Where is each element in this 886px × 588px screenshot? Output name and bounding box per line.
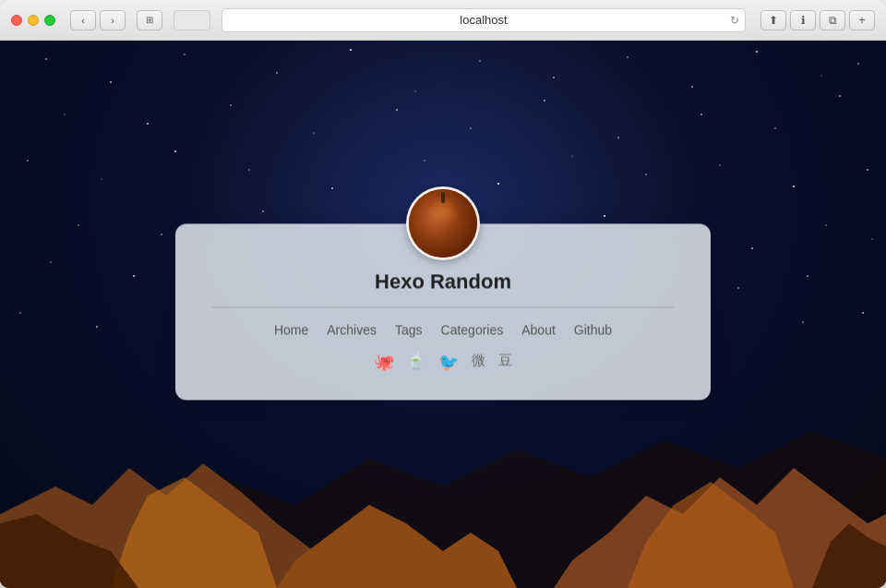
nav-link-tags[interactable]: Tags — [395, 322, 423, 337]
svg-point-16 — [313, 132, 314, 133]
svg-point-62 — [802, 321, 804, 323]
svg-point-48 — [133, 275, 135, 277]
sidebar-toggle-button[interactable]: ⊞ — [137, 10, 162, 30]
svg-point-36 — [78, 224, 78, 225]
nav-link-archives[interactable]: Archives — [327, 322, 377, 337]
info-button[interactable]: ℹ — [790, 10, 816, 30]
toolbar-actions: ⬆ ℹ ⧉ + — [760, 10, 875, 30]
svg-point-8 — [627, 56, 628, 57]
svg-point-25 — [101, 178, 102, 179]
svg-point-3 — [276, 72, 278, 74]
svg-point-58 — [19, 312, 20, 313]
svg-point-22 — [774, 127, 775, 128]
mountains-svg — [0, 403, 886, 588]
svg-point-27 — [248, 169, 249, 170]
new-tab-button[interactable]: + — [849, 10, 875, 30]
svg-point-6 — [479, 60, 481, 62]
share-button[interactable]: ⬆ — [760, 10, 786, 30]
nav-buttons: ‹ › — [70, 10, 126, 30]
tab-spacer — [174, 10, 210, 30]
svg-point-57 — [807, 275, 808, 277]
avatar-container — [175, 186, 711, 260]
nav-link-home[interactable]: Home — [274, 322, 308, 337]
nav-link-categories[interactable]: Categories — [441, 322, 504, 337]
title-bar: ‹ › ⊞ localhost ↻ ⬆ ℹ ⧉ + — [0, 0, 886, 41]
svg-point-10 — [756, 51, 758, 53]
svg-point-24 — [27, 160, 29, 162]
svg-point-20 — [617, 137, 619, 138]
svg-point-44 — [751, 247, 753, 249]
forward-button[interactable]: › — [100, 10, 126, 30]
svg-point-2 — [184, 54, 185, 54]
weibo-social-icon[interactable]: 微 — [472, 352, 485, 372]
traffic-lights — [11, 15, 55, 26]
svg-point-47 — [50, 261, 52, 263]
back-button[interactable]: ‹ — [70, 10, 96, 30]
address-bar[interactable]: localhost ↻ — [222, 8, 746, 32]
maximize-button[interactable] — [44, 15, 55, 26]
page-content: Hexo Random Home Archives Tags Categorie… — [0, 41, 886, 588]
avatar — [406, 186, 480, 260]
svg-point-0 — [45, 58, 47, 60]
svg-point-59 — [96, 326, 98, 328]
nav-links: Home Archives Tags Categories About Gith… — [212, 322, 674, 337]
svg-point-11 — [820, 75, 821, 76]
avatar-image — [409, 189, 477, 258]
svg-point-63 — [862, 312, 864, 314]
duplicate-button[interactable]: ⧉ — [820, 10, 845, 30]
svg-point-1 — [110, 81, 112, 83]
github-social-icon[interactable]: 🐙 — [374, 352, 394, 372]
svg-point-14 — [147, 123, 149, 125]
svg-point-7 — [553, 77, 555, 78]
svg-point-18 — [470, 127, 471, 128]
douban-social-icon[interactable]: 豆 — [498, 352, 512, 372]
browser-window: ‹ › ⊞ localhost ↻ ⬆ ℹ ⧉ + — [0, 0, 886, 588]
nav-link-github[interactable]: Github — [574, 322, 612, 337]
svg-point-33 — [719, 164, 720, 165]
svg-point-13 — [64, 114, 65, 114]
svg-point-21 — [700, 114, 702, 115]
svg-point-4 — [350, 49, 352, 51]
svg-point-34 — [793, 186, 795, 187]
social-icons: 🐙 🍵 🐦 微 豆 — [212, 352, 674, 372]
close-button[interactable] — [11, 15, 22, 26]
svg-point-12 — [857, 63, 859, 65]
svg-point-19 — [544, 100, 545, 102]
svg-point-31 — [571, 155, 572, 156]
svg-point-56 — [737, 287, 739, 289]
svg-point-29 — [424, 160, 425, 162]
svg-point-35 — [867, 169, 868, 171]
site-title: Hexo Random — [212, 270, 674, 294]
minimize-button[interactable] — [28, 15, 39, 26]
reload-button[interactable]: ↻ — [730, 14, 739, 27]
svg-point-37 — [161, 234, 162, 235]
svg-point-32 — [645, 174, 647, 175]
url-text: localhost — [460, 13, 507, 27]
nav-link-about[interactable]: About — [521, 322, 556, 337]
tea-social-icon[interactable]: 🍵 — [407, 352, 425, 372]
svg-point-26 — [174, 150, 176, 152]
profile-card-wrapper: Hexo Random Home Archives Tags Categorie… — [175, 186, 711, 400]
twitter-social-icon[interactable]: 🐦 — [438, 352, 459, 372]
svg-point-17 — [396, 109, 398, 111]
svg-point-30 — [497, 183, 499, 185]
svg-point-9 — [691, 86, 693, 88]
svg-point-5 — [414, 90, 415, 91]
svg-point-46 — [871, 238, 872, 239]
svg-point-15 — [230, 104, 232, 106]
card-divider — [212, 306, 674, 307]
svg-point-23 — [839, 95, 841, 97]
svg-point-45 — [825, 224, 827, 226]
